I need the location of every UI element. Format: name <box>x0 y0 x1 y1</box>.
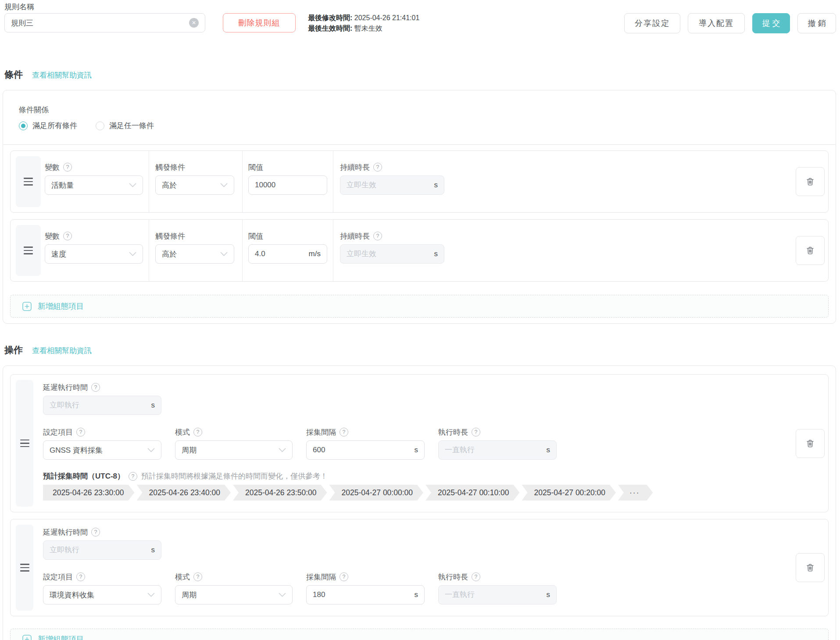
last-effective-value: 暫未生效 <box>354 25 382 32</box>
add-operation-button[interactable]: 新增組態項目 <box>10 629 829 640</box>
mode-help-icon[interactable] <box>193 428 202 436</box>
radio-all-conditions[interactable]: 滿足所有條件 <box>19 121 77 131</box>
trigger-select[interactable]: 高於 <box>155 244 234 264</box>
trigger-select-value: 高於 <box>162 249 177 259</box>
chevron-down-icon <box>129 252 136 256</box>
threshold-column: 閾值 <box>243 151 333 212</box>
mode-select-value: 周期 <box>182 590 197 600</box>
timestamps: 最後修改時間: 2025-04-26 21:41:01 最後生效時間: 暫未生效 <box>308 13 419 34</box>
clear-icon[interactable] <box>189 18 199 28</box>
exec-help-icon[interactable] <box>472 572 480 581</box>
exec-duration-field: 執行時長 s <box>438 572 557 604</box>
mode-help-icon[interactable] <box>193 572 202 581</box>
delay-help-icon[interactable] <box>91 383 100 392</box>
last-modified-row: 最後修改時間: 2025-04-26 21:41:01 <box>308 13 419 23</box>
interval-help-icon[interactable] <box>340 428 348 436</box>
interval-field: 採集間隔 s <box>306 427 425 460</box>
chevron-down-icon <box>129 183 136 187</box>
mode-select[interactable]: 周期 <box>175 585 293 604</box>
unit-suffix: s <box>415 590 418 599</box>
drag-handle[interactable] <box>16 525 33 611</box>
setting-help-icon[interactable] <box>76 572 85 581</box>
revoke-button[interactable]: 撤 銷 <box>797 13 836 33</box>
unit-suffix: s <box>547 590 550 599</box>
conditions-help-link[interactable]: 查看相關幫助資訊 <box>32 70 92 80</box>
chevron-down-icon <box>279 593 286 597</box>
interval-help-icon[interactable] <box>340 572 348 581</box>
duration-help-icon[interactable] <box>373 232 382 240</box>
exec-duration-input[interactable] <box>445 446 543 454</box>
schedule-more-chip[interactable]: ··· <box>618 485 653 501</box>
trigger-select[interactable]: 高於 <box>155 175 234 195</box>
chevron-down-icon <box>220 252 228 256</box>
setting-help-icon[interactable] <box>76 428 85 436</box>
threshold-label: 閾值 <box>248 162 263 172</box>
duration-input[interactable] <box>347 250 431 258</box>
setting-select[interactable]: 環境資料收集 <box>43 585 161 604</box>
setting-select[interactable]: GNSS 資料採集 <box>43 440 161 460</box>
threshold-input[interactable] <box>255 250 305 258</box>
setting-field: 設定項目 環境資料收集 <box>43 572 161 604</box>
chevron-down-icon <box>279 448 286 452</box>
schedule-time-chip: 2025-04-27 00:10:00 <box>425 485 520 501</box>
duration-input-box: s <box>340 244 444 264</box>
drag-handle-icon <box>20 561 29 574</box>
delete-row-button[interactable] <box>796 167 825 196</box>
duration-input[interactable] <box>347 181 431 189</box>
drag-handle[interactable] <box>16 156 41 207</box>
setting-select-value: 環境資料收集 <box>50 590 94 600</box>
schedule-hint: 預計採集時間將根據滿足條件的時間而變化，僅供參考！ <box>141 471 328 481</box>
topbar: 規則名稱 刪除規則組 最後修改時間: 2025-04-26 21:41:01 最… <box>3 2 836 36</box>
operations-title: 操作 <box>4 344 23 356</box>
import-config-button[interactable]: 導入配置 <box>688 13 745 33</box>
radio-all-conditions-label: 滿足所有條件 <box>32 121 77 131</box>
schedule-help-icon[interactable] <box>129 472 137 481</box>
delay-input[interactable] <box>50 401 148 410</box>
drag-handle[interactable] <box>16 225 41 276</box>
header-actions: 分享設定 導入配置 提 交 撤 銷 <box>624 13 836 33</box>
interval-label: 採集間隔 <box>306 427 336 437</box>
delay-help-icon[interactable] <box>91 528 100 536</box>
variable-label: 變數 <box>45 162 60 172</box>
interval-input[interactable] <box>313 590 411 599</box>
mode-select-value: 周期 <box>182 445 197 455</box>
unit-suffix: s <box>151 401 155 410</box>
add-condition-button[interactable]: 新增組態項目 <box>10 295 829 318</box>
threshold-input-box <box>248 175 327 195</box>
mode-field: 模式 周期 <box>175 572 293 604</box>
delay-input-box: s <box>43 540 161 560</box>
operations-help-link[interactable]: 查看相關幫助資訊 <box>32 346 92 356</box>
threshold-column: 閾值 m/s <box>243 220 333 281</box>
drag-handle[interactable] <box>16 380 33 507</box>
operation-rows-area: 延遲執行時間 s 設定項目 GNSS 資料採集 <box>3 366 836 640</box>
radio-any-condition[interactable]: 滿足任一條件 <box>96 121 154 131</box>
conditions-panel: 條件關係 滿足所有條件 滿足任一條件 變數 <box>3 90 836 324</box>
interval-input[interactable] <box>313 446 411 454</box>
threshold-input[interactable] <box>255 181 317 189</box>
delete-row-button[interactable] <box>796 429 825 458</box>
delete-row-button[interactable] <box>796 553 825 582</box>
mode-field: 模式 周期 <box>175 427 293 460</box>
schedule-time-chip: 2025-04-27 00:20:00 <box>522 485 616 501</box>
trigger-label: 觸發條件 <box>155 162 185 172</box>
exec-duration-input[interactable] <box>445 590 543 599</box>
share-settings-button[interactable]: 分享設定 <box>624 13 680 33</box>
exec-duration-input-box: s <box>438 440 557 460</box>
delete-row-button[interactable] <box>796 236 825 265</box>
exec-help-icon[interactable] <box>472 428 480 436</box>
submit-button[interactable]: 提 交 <box>752 13 790 33</box>
rule-name-input[interactable] <box>11 18 189 27</box>
condition-row: 變數 活動量 觸發條件 高於 閾值 <box>10 150 829 213</box>
variable-select[interactable]: 活動量 <box>45 175 143 195</box>
variable-help-icon[interactable] <box>63 163 72 172</box>
mode-select[interactable]: 周期 <box>175 440 293 460</box>
delay-input[interactable] <box>50 546 148 554</box>
conditions-title: 條件 <box>4 68 23 81</box>
variable-select[interactable]: 速度 <box>45 244 143 264</box>
unit-suffix: s <box>415 446 418 454</box>
duration-help-icon[interactable] <box>373 163 382 172</box>
delete-rule-group-button[interactable]: 刪除規則組 <box>223 13 296 32</box>
variable-help-icon[interactable] <box>63 232 72 240</box>
interval-input-box: s <box>306 440 425 460</box>
unit-suffix: s <box>434 181 438 189</box>
